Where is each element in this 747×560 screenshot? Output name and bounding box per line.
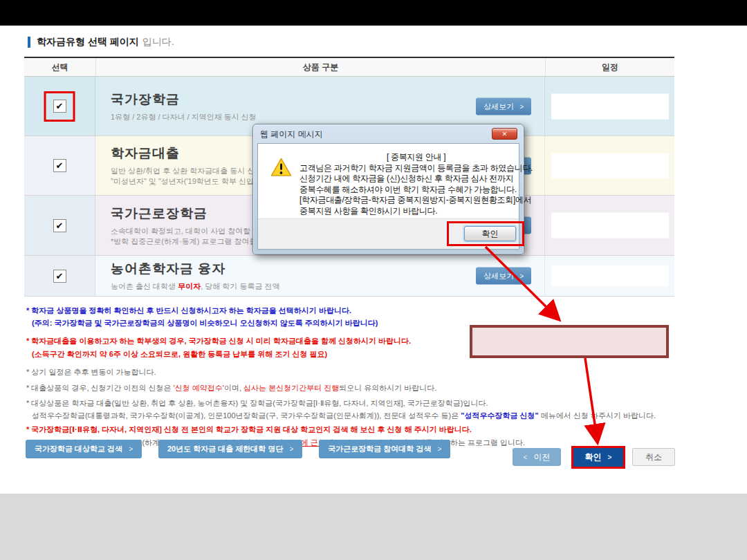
- dialog-close-button[interactable]: ✕: [492, 128, 517, 140]
- chevron-right-icon: >: [437, 445, 441, 453]
- schedule-box: [551, 153, 669, 178]
- page-title-strong: 학자금유형 선택 페이지: [37, 36, 139, 48]
- footer-bar: [0, 494, 747, 560]
- dialog-footer: 확인: [258, 218, 519, 249]
- dialog-line: 중복지원 사항을 확인하시기 바랍니다.: [299, 206, 533, 217]
- search-link-buttons: 국가장학금 대상학교 검색 > 20년도 학자금 대출 제한대학 명단 > 국가…: [26, 440, 450, 458]
- chevron-right-icon: >: [608, 454, 612, 461]
- loan-restricted-university-list-button[interactable]: 20년도 학자금 대출 제한대학 명단 >: [158, 440, 302, 458]
- select-cell: ✔: [24, 77, 95, 136]
- dialog-text: [ 중복지원 안내 ] 고객님은 과거학기 학자금 지원금액이 등록금을 초과 …: [299, 152, 533, 218]
- detail-label: 상세보기: [483, 101, 514, 111]
- chevron-right-icon: >: [129, 445, 133, 453]
- checkbox[interactable]: ✔: [53, 159, 66, 172]
- warning-icon: [270, 158, 292, 177]
- note-line: * 국가장학금[Ⅰ·Ⅱ유형, 다자녀, 지역인재] 신청 전 본인의 학교가 장…: [26, 425, 673, 433]
- web-page-message-dialog: 웹 페이지 메시지 ✕ [ 중복지원 안내 ] 고객님은 과거학기 학자금 지원…: [252, 124, 524, 254]
- header-schedule: 일정: [545, 58, 674, 76]
- button-label: 국가장학금 대상학교 검색: [35, 444, 122, 454]
- dialog-message: [ 중복지원 안내 ] 고객님은 과거학기 학자금 지원금액이 등록금을 초과 …: [258, 144, 519, 218]
- button-label: 국가근로장학금 참여대학 검색: [328, 444, 431, 454]
- checkbox[interactable]: ✔: [53, 219, 66, 232]
- interest-free-accent: 무이자: [178, 282, 201, 290]
- schedule-box: [551, 93, 669, 119]
- dialog-line: [학자금대출/장학금-학자금 중복지원방지-중복지원현황조회]에서: [299, 195, 533, 206]
- detail-button[interactable]: 상세보기 >: [476, 268, 531, 285]
- chevron-left-icon: <: [524, 454, 528, 461]
- scholarship-school-search-button[interactable]: 국가장학금 대상학교 검색 >: [26, 440, 142, 458]
- title-accent-bar: [28, 37, 30, 48]
- table-row-rural-loan: ✔ 농어촌학자금 융자 농어촌 출신 대학생 무이자, 당해 학기 등록금 전액…: [24, 256, 674, 297]
- header-product: 상품 구분: [95, 58, 545, 76]
- schedule-box: [551, 213, 669, 239]
- checkmark-icon: ✔: [56, 221, 64, 231]
- chevron-right-icon: >: [519, 102, 524, 110]
- schedule-box: [551, 265, 669, 286]
- chevron-right-icon: >: [289, 445, 293, 453]
- note-line: * 대출상품의 경우, 신청기간 이전의 신청은 '신청 예약접수'이며, 심사…: [26, 384, 673, 392]
- ok-highlight-annotation: 확인: [447, 221, 524, 246]
- checkbox-highlight-annotation: [44, 91, 75, 122]
- dialog-title: 웹 페이지 메시지: [260, 129, 323, 140]
- page-title-rest: 입니다.: [142, 36, 174, 48]
- checkmark-icon: ✔: [56, 160, 64, 171]
- prev-label: 이전: [533, 451, 550, 463]
- dialog-line: 중복수혜를 해소하셔야 이번 학기 학자금 수혜가 가능합니다.: [299, 185, 533, 196]
- work-scholarship-university-search-button[interactable]: 국가근로장학금 참여대학 검색 >: [319, 440, 450, 458]
- dialog-body: [ 중복지원 안내 ] 고객님은 과거학기 학자금 지원금액이 등록금을 초과 …: [257, 143, 519, 250]
- select-cell: ✔: [24, 256, 95, 296]
- close-icon: ✕: [502, 131, 508, 138]
- checkmark-icon: ✔: [56, 271, 64, 281]
- top-black-bar: [0, 0, 747, 26]
- detail-button[interactable]: 상세보기 >: [476, 97, 531, 115]
- confirm-button[interactable]: 확인 >: [573, 448, 623, 467]
- dialog-line: 신청기간 내에 학자금을 (신)신청하신 후 학자금 심사 전까지: [299, 174, 533, 185]
- cancel-button[interactable]: 취소: [632, 448, 675, 466]
- table-header: 선택 상품 구분 일정: [24, 58, 674, 77]
- select-cell: ✔: [24, 136, 95, 195]
- note-line: * 상기 일정은 추후 변동이 가능합니다.: [26, 368, 673, 376]
- header-select: 선택: [24, 58, 95, 76]
- empty-annotation-box: [470, 325, 669, 358]
- confirm-highlight-annotation: 확인 >: [571, 446, 625, 469]
- dialog-heading: [ 중복지원 안내 ]: [299, 152, 533, 163]
- page: 학자금유형 선택 페이지 입니다. 선택 상품 구분 일정 ✔ 국가장학금 1유…: [0, 0, 747, 560]
- dialog-line: 고객님은 과거학기 학자금 지원금액이 등록금을 초과 하였습니다.: [299, 163, 533, 174]
- page-title: 학자금유형 선택 페이지 입니다.: [28, 36, 174, 48]
- checkbox[interactable]: ✔: [53, 270, 66, 283]
- note-line: * 대상상품은 학자금 대출(일반 상환, 취업 후 상환, 농어촌융자) 및 …: [26, 399, 673, 407]
- detail-label: 상세보기: [483, 271, 514, 281]
- note-line: 성적우수장학금(대통령과학, 국가우수장학(이공계), 인문100년장학금(구,…: [26, 411, 673, 420]
- prev-button[interactable]: < 이전: [513, 448, 561, 466]
- chevron-right-icon: >: [519, 272, 524, 280]
- button-label: 20년도 학자금 대출 제한대학 명단: [167, 444, 283, 454]
- note-line: * 학자금 상품명을 정확히 확인하신 후 반드시 신청하시고자 하는 학자금을…: [26, 306, 673, 315]
- confirm-label: 확인: [585, 451, 602, 463]
- select-cell: ✔: [24, 196, 95, 255]
- dialog-ok-button[interactable]: 확인: [464, 226, 516, 241]
